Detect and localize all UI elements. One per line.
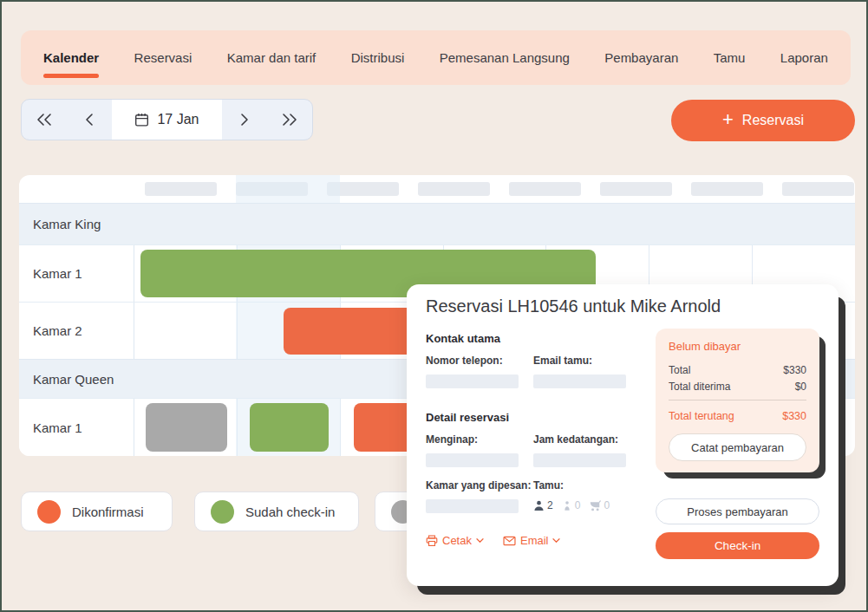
- total-label: Total: [669, 364, 690, 376]
- received-label: Total diterima: [669, 381, 730, 393]
- tab-tamu[interactable]: Tamu: [714, 50, 746, 65]
- email-menu-button[interactable]: Email: [503, 534, 561, 547]
- date-skeleton: [418, 182, 490, 196]
- legend-item-confirmed: Dikonfirmasi: [21, 492, 173, 531]
- chevron-down-icon: [476, 537, 484, 544]
- room-label: Kamar 1: [19, 399, 134, 456]
- date-skeleton: [509, 182, 581, 196]
- date-picker-button[interactable]: 17 Jan: [112, 100, 222, 140]
- status-dot-confirmed: [37, 500, 61, 524]
- infant-count: 0: [604, 499, 610, 511]
- room-group-header-king: Kamar King: [19, 203, 855, 244]
- status-dot-checked-in: [211, 500, 234, 524]
- calendar-icon: [134, 113, 149, 127]
- date-skeleton: [691, 182, 763, 196]
- fast-forward-button[interactable]: [267, 100, 312, 140]
- calendar-cell[interactable]: [134, 303, 237, 359]
- reservation-bar[interactable]: [146, 403, 227, 452]
- payment-summary-card: Belum dibayar Total $330 Total diterima …: [656, 329, 819, 472]
- date-skeleton: [782, 182, 854, 196]
- room-group-label: Kamar King: [33, 217, 101, 231]
- details-section-heading: Detail reservasi: [426, 411, 635, 424]
- app-window: Kalender Reservasi Kamar dan tarif Distr…: [0, 0, 868, 612]
- child-icon: [562, 500, 572, 511]
- record-payment-button[interactable]: Catat pembayaran: [669, 433, 806, 461]
- new-reservation-label: Reservasi: [742, 113, 804, 128]
- email-label: Email: [520, 534, 549, 547]
- payment-status-badge: Belum dibayar: [669, 340, 806, 353]
- process-payment-button[interactable]: Proses pembayaran: [656, 498, 819, 524]
- stay-label: Menginap:: [426, 433, 533, 446]
- tab-distribusi[interactable]: Distribusi: [351, 50, 405, 65]
- modal-title: Reservasi LH10546 untuk Mike Arnold: [426, 296, 819, 316]
- date-header-row: [19, 175, 855, 203]
- tab-kamar-dan-tarif[interactable]: Kamar dan tarif: [227, 50, 317, 65]
- arrival-value-placeholder: [533, 453, 626, 467]
- arrival-time-label: Jam kedatangan:: [533, 433, 635, 446]
- checkin-button[interactable]: Check-in: [656, 532, 819, 559]
- total-value: $330: [783, 364, 806, 376]
- legend-label: Dikonfirmasi: [72, 505, 144, 519]
- room-label: Kamar 1: [19, 245, 134, 302]
- guest-counts: 2 0: [533, 499, 635, 511]
- infant-icon: [589, 500, 601, 511]
- double-chevron-right-icon: [282, 113, 297, 127]
- chevron-down-icon: [552, 537, 560, 544]
- room-label: Kamar 2: [19, 303, 134, 359]
- phone-label: Nomor telepon:: [426, 355, 533, 367]
- due-value: $330: [782, 410, 806, 422]
- adult-count: 2: [547, 499, 553, 511]
- guests-label: Tamu:: [533, 479, 635, 492]
- tab-pembayaran[interactable]: Pembayaran: [604, 50, 678, 65]
- date-skeleton: [600, 182, 672, 196]
- plus-icon: +: [722, 110, 734, 129]
- fast-backward-button[interactable]: [22, 100, 67, 140]
- legend-label: Sudah check-in: [245, 505, 335, 519]
- tab-reservasi[interactable]: Reservasi: [134, 50, 193, 65]
- tab-laporan[interactable]: Laporan: [780, 50, 828, 65]
- email-value-placeholder: [533, 374, 626, 388]
- date-skeleton: [236, 182, 308, 196]
- current-date-label: 17 Jan: [157, 112, 199, 127]
- chevron-right-icon: [240, 113, 249, 127]
- divider: [669, 400, 806, 400]
- received-value: $0: [795, 381, 806, 393]
- tab-pemesanan-langsung[interactable]: Pemesanan Langsung: [440, 50, 570, 65]
- new-reservation-button[interactable]: + Reservasi: [671, 100, 855, 141]
- booked-rooms-label: Kamar yang dipesan:: [426, 479, 533, 492]
- date-navigation: 17 Jan: [21, 99, 313, 140]
- date-skeleton: [327, 182, 399, 196]
- adult-icon: [533, 500, 545, 511]
- print-menu-button[interactable]: Cetak: [426, 534, 484, 547]
- contact-section-heading: Kontak utama: [426, 332, 635, 345]
- due-label: Total terutang: [669, 410, 734, 422]
- envelope-icon: [503, 536, 516, 546]
- backward-button[interactable]: [67, 100, 112, 140]
- reservation-modal: Reservasi LH10546 untuk Mike Arnold Kont…: [407, 284, 839, 586]
- print-label: Cetak: [442, 534, 472, 547]
- double-chevron-left-icon: [36, 113, 52, 127]
- guest-email-label: Email tamu:: [533, 355, 635, 367]
- tab-kalender[interactable]: Kalender: [43, 50, 99, 65]
- booked-rooms-placeholder: [426, 499, 519, 513]
- date-skeleton: [145, 182, 217, 196]
- reservation-bar[interactable]: [250, 403, 329, 452]
- forward-button[interactable]: [222, 100, 267, 140]
- printer-icon: [426, 535, 438, 547]
- main-navbar: Kalender Reservasi Kamar dan tarif Distr…: [21, 30, 851, 85]
- child-count: 0: [575, 499, 581, 511]
- phone-value-placeholder: [426, 374, 519, 388]
- chevron-left-icon: [85, 113, 94, 127]
- stay-value-placeholder: [426, 453, 519, 467]
- room-group-label: Kamar Queen: [33, 372, 114, 387]
- legend-item-checked-in: Sudah check-in: [194, 492, 359, 531]
